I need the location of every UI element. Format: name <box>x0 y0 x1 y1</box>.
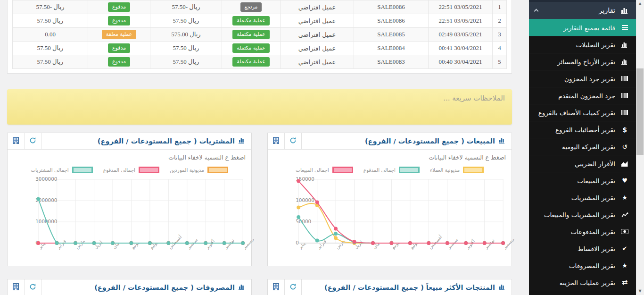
refresh-button[interactable] <box>285 133 302 149</box>
bar-chart-icon <box>499 284 506 291</box>
cell-total: 57.50 ريال <box>150 55 222 69</box>
svg-text:50000: 50000 <box>296 219 311 224</box>
cell-payment-status: مدفوع <box>88 42 150 55</box>
branches-button[interactable] <box>8 133 25 149</box>
chart-body: مديونية العملاءاجمالي المدفوعاجمالي المب… <box>268 164 512 266</box>
building-icon <box>13 283 19 292</box>
cell-payment-status: عملية معلقة <box>88 28 150 42</box>
scroll-up-arrow[interactable]: ▲ <box>636 0 644 8</box>
cell-customer: عميل افتراضي <box>281 55 354 69</box>
sidebar-item[interactable]: قائمة بجميع التقارير <box>529 19 636 36</box>
sidebar-item-label: تقرير المصروفات <box>569 262 615 270</box>
sidebar-group-reports[interactable]: تقارير <box>529 2 636 19</box>
recent-sales-table: 122:51 03/05/2021SALE0086عميل افتراضيمرت… <box>12 0 507 69</box>
recent-sales-panel: 122:51 03/05/2021SALE0086عميل افتراضيمرت… <box>7 0 512 74</box>
cell-index: 1 <box>493 0 507 14</box>
sidebar-item[interactable]: تقرير المدفوعات <box>529 223 636 240</box>
refresh-button[interactable] <box>25 133 41 149</box>
legend-item[interactable]: مديونية العملاء <box>430 167 484 173</box>
payment-badge: مدفوع <box>108 16 130 25</box>
bar-chart-icon <box>239 284 246 291</box>
sales-chart-panel: المبيعات ( جميع المستودعات / الفروع) اضغ… <box>267 133 512 266</box>
line-chart-icon <box>621 212 628 218</box>
quick-notes-input[interactable] <box>7 89 512 125</box>
refresh-icon <box>289 137 297 146</box>
cell-paid: 57.50 ريال <box>13 42 88 55</box>
cell-status: عملية مكتملة <box>222 14 281 28</box>
sidebar-item[interactable]: ★تقرير المشتريات <box>529 189 636 206</box>
sidebar-item-label: جرد المخزون المتقدم <box>558 92 615 100</box>
panel-title: المصروفات ( جميع المستودعات / الفروع) <box>94 284 235 291</box>
sidebar-item[interactable]: ↺تقرير الحركة اليومية <box>529 138 636 155</box>
scroll-down-arrow[interactable]: ▼ <box>636 287 644 295</box>
sidebar-item-label: تقرير المبيعات <box>577 177 615 185</box>
sidebar-item[interactable]: ✔تقرير الاقساط <box>529 240 636 257</box>
panel-title-wrap: المصروفات ( جميع المستودعات / الفروع) <box>41 279 251 295</box>
sidebar-item-label: قائمة بجميع التقارير <box>563 24 615 32</box>
branches-button[interactable] <box>268 279 285 295</box>
sidebar-item-label: تقرير الحركة اليومية <box>562 143 615 151</box>
sidebar-item-label: تقرير أحصائيات الفروع <box>555 126 615 134</box>
sidebar-item[interactable]: تقرير جرد المخزون <box>529 70 636 87</box>
sidebar-item[interactable]: تقرير الأرباح والخسائر <box>529 53 636 70</box>
sidebar-item-label: تقرير الأرباح والخسائر <box>557 58 615 66</box>
history-icon: ↺ <box>622 143 627 150</box>
table-row: 302:49 03/05/2021SALE0085عميل افتراضيعمل… <box>13 28 507 42</box>
refresh-icon <box>29 283 36 292</box>
cell-payment-status: مدفوع <box>88 14 150 28</box>
bar-chart-icon <box>620 7 629 14</box>
chart-body: مديونية المورديناجمالي المدفوعاجمالي الم… <box>8 164 251 266</box>
barcode-icon <box>621 93 628 98</box>
cell-status: عملية مكتملة <box>222 42 281 55</box>
cell-payment-status: مدفوع <box>88 55 150 69</box>
legend-item[interactable]: مديونية الموردين <box>170 167 228 173</box>
sidebar-item[interactable]: ♥تقرير المبيعات <box>529 172 636 189</box>
expenses-chart-panel: المصروفات ( جميع المستودعات / الفروع) <box>7 279 252 295</box>
dollar-icon: $ <box>622 126 627 133</box>
sidebar-item-label: الأقرار الضريبي <box>575 160 615 168</box>
status-badge: عملية مكتملة <box>232 57 269 67</box>
cell-date: 00:40 30/04/2021 <box>429 55 493 69</box>
scrollbar-thumb[interactable] <box>636 68 644 155</box>
legend-item[interactable]: اجمالي المدفوع <box>103 167 159 173</box>
cell-customer: عميل افتراضي <box>281 28 354 42</box>
sidebar-item[interactable]: $تقرير أحصائيات الفروع <box>529 121 636 138</box>
sidebar-item[interactable]: الأقرار الضريبي <box>529 155 636 172</box>
legend-hint: اضغط ع التسمية لاخفاء البيانات <box>268 150 512 164</box>
branches-button[interactable] <box>8 279 25 295</box>
cell-index: 4 <box>493 42 507 55</box>
sidebar-menu: قائمة بجميع التقاريرتقرير التحليلاتتقرير… <box>529 19 636 291</box>
refresh-icon <box>289 283 297 292</box>
sidebar-item[interactable]: تقرير التحليلات <box>529 36 636 53</box>
sidebar-item[interactable]: ★تقرير المصروفات <box>529 257 636 274</box>
payment-badge: مدفوع <box>108 2 130 12</box>
payment-badge: عملية معلقة <box>102 30 137 39</box>
legend-label: اجمالي المبيعات <box>296 167 329 173</box>
reports-sidebar: تقارير قائمة بجميع التقاريرتقرير التحليل… <box>529 0 636 295</box>
refresh-button[interactable] <box>285 279 302 295</box>
page-scrollbar[interactable]: ▲ ▼ <box>636 0 644 295</box>
money-icon <box>621 229 628 234</box>
panel-title: المنتجات الأكثر مبيعاً ( جميع المستودعات… <box>324 284 495 291</box>
legend-item[interactable]: اجمالي المدفوع <box>363 167 420 173</box>
cell-total: 57.50 ريال <box>150 42 222 55</box>
sidebar-item[interactable]: ⇄تقرير عمليات الخزينة <box>529 274 636 291</box>
refresh-button[interactable] <box>25 279 41 295</box>
cell-date: 22:51 03/05/2021 <box>429 0 493 14</box>
sidebar-item[interactable]: تقرير المشتريات والمبيعات <box>529 206 636 223</box>
bar-chart-icon <box>621 59 628 65</box>
sidebar-item[interactable]: جرد المخزون المتقدم <box>529 87 636 104</box>
sidebar-group-label: تقارير <box>543 7 615 14</box>
payment-badge: مدفوع <box>108 57 130 67</box>
table-row: 122:51 03/05/2021SALE0086عميل افتراضيمرت… <box>13 0 507 14</box>
branches-button[interactable] <box>268 133 285 149</box>
legend-item[interactable]: اجمالي المشتريات <box>31 167 93 173</box>
building-icon <box>13 137 19 146</box>
sales-line-chart: 050000100000150000ينايرفبرايرمارسإبريلما… <box>272 175 508 262</box>
area-chart-icon <box>621 161 628 167</box>
refresh-icon <box>29 137 36 146</box>
legend-item[interactable]: اجمالي المبيعات <box>296 167 353 173</box>
cell-customer: عميل افتراضي <box>281 0 354 14</box>
sidebar-item[interactable]: تقرير كميات الأصناف بالفروع <box>529 104 636 121</box>
building-icon <box>273 137 279 146</box>
